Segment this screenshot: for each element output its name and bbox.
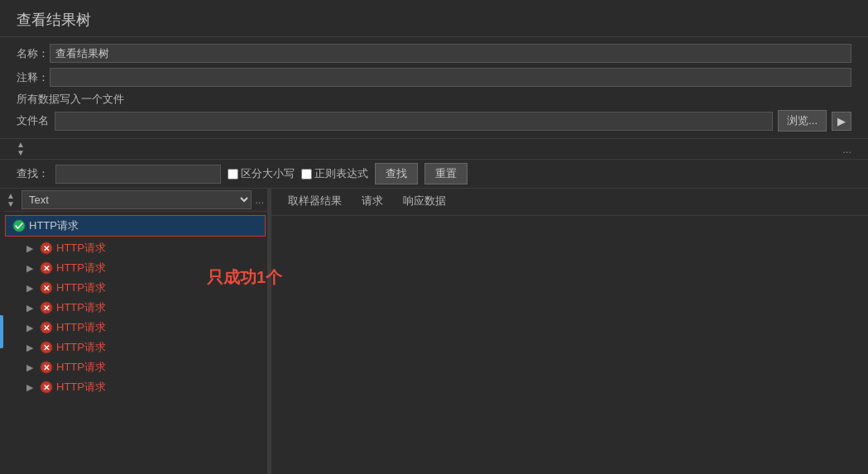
reset-button[interactable]: 重置: [424, 163, 468, 184]
file-row: 文件名 浏览... ▶: [17, 110, 851, 132]
tab-response-data[interactable]: 响应数据: [393, 189, 456, 215]
toolbar-row-1: ▲ ▼ ...: [0, 139, 868, 160]
tree-item-2[interactable]: ▶ ✕ HTTP请求: [3, 258, 267, 278]
tree-item-text-6: HTTP请求: [56, 340, 106, 355]
expand-icon-6[interactable]: ▶: [26, 342, 36, 353]
error-icon-5: ✕: [40, 321, 53, 334]
expand-icon-1[interactable]: ▶: [26, 243, 36, 254]
expand-icon-2[interactable]: ▶: [26, 263, 36, 274]
form-section: 名称： 注释： 所有数据写入一个文件 文件名 浏览... ▶: [0, 37, 868, 139]
left-arrow-up-down: ▲ ▼: [7, 192, 15, 208]
regex-checkbox[interactable]: [301, 169, 312, 180]
view-type-dropdown[interactable]: Text HTML JSON XML: [22, 190, 252, 209]
error-icon-7: ✕: [40, 361, 53, 374]
error-icon-4: ✕: [40, 301, 53, 314]
expand-icon-7[interactable]: ▶: [26, 362, 36, 373]
tree-item-text-8: HTTP请求: [56, 380, 106, 395]
error-icon-8: ✕: [40, 381, 53, 394]
all-data-label: 所有数据写入一个文件: [17, 92, 851, 107]
search-input[interactable]: [55, 165, 221, 184]
tree-item-text-7: HTTP请求: [56, 360, 106, 375]
name-input[interactable]: [50, 44, 851, 63]
error-icon-1: ✕: [40, 242, 53, 255]
error-icon-6: ✕: [40, 341, 53, 354]
case-sensitive-label[interactable]: 区分大小写: [228, 166, 295, 181]
tree-item-text-0: HTTP请求: [29, 218, 79, 233]
success-icon-0: [12, 219, 26, 232]
arrow-up-down: ▲ ▼: [17, 141, 25, 157]
browse-button[interactable]: 浏览...: [778, 110, 827, 132]
tree-item-text-1: HTTP请求: [56, 241, 106, 256]
svg-text:✕: ✕: [43, 264, 50, 273]
tree-item-text-5: HTTP请求: [56, 320, 106, 335]
tree-item-0[interactable]: HTTP请求: [5, 215, 266, 237]
left-arrow-up-btn[interactable]: ▲: [7, 192, 15, 200]
comment-input[interactable]: [50, 68, 851, 87]
search-row: 查找： 区分大小写 正则表达式 查找 重置: [0, 160, 868, 189]
expand-icon-4[interactable]: ▶: [26, 303, 36, 314]
case-sensitive-checkbox[interactable]: [228, 169, 238, 180]
svg-text:✕: ✕: [43, 244, 50, 253]
expand-icon-8[interactable]: ▶: [26, 382, 36, 393]
svg-text:✕: ✕: [43, 304, 50, 313]
file-label: 文件名: [17, 113, 50, 128]
name-row: 名称：: [17, 44, 851, 63]
tree-item-7[interactable]: ▶ ✕ HTTP请求: [3, 357, 267, 377]
expand-icon-3[interactable]: ▶: [26, 283, 36, 294]
svg-point-0: [13, 220, 25, 232]
tree-item-text-2: HTTP请求: [56, 261, 106, 275]
tree-item-text-3: HTTP请求: [56, 280, 106, 295]
left-panel-dots[interactable]: ...: [255, 194, 264, 206]
expand-icon-5[interactable]: ▶: [26, 323, 36, 333]
find-button[interactable]: 查找: [375, 163, 418, 184]
error-icon-3: ✕: [40, 281, 53, 294]
main-container: 查看结果树 名称： 注释： 所有数据写入一个文件 文件名 浏览... ▶ ▲ ▼…: [0, 0, 868, 474]
right-panel: 取样器结果 请求 响应数据: [271, 189, 868, 474]
tab-sampler-result[interactable]: 取样器结果: [278, 189, 352, 215]
tree-item-1[interactable]: ▶ ✕ HTTP请求: [3, 238, 267, 258]
tree-item-5[interactable]: ▶ ✕ HTTP请求: [3, 318, 267, 338]
page-title: 查看结果树: [0, 0, 868, 37]
tree-item-4[interactable]: ▶ ✕ HTTP请求: [3, 298, 267, 318]
error-icon-2: ✕: [40, 261, 53, 275]
right-content-area: [271, 216, 868, 474]
svg-text:✕: ✕: [43, 363, 50, 372]
search-label: 查找：: [17, 166, 49, 181]
comment-label: 注释：: [17, 70, 50, 85]
file-input[interactable]: [55, 112, 773, 131]
svg-text:✕: ✕: [43, 343, 50, 352]
content-area: ▲ ▼ Text HTML JSON XML ...: [0, 189, 868, 474]
tree-item-6[interactable]: ▶ ✕ HTTP请求: [3, 338, 267, 357]
toolbar-dots-1[interactable]: ...: [842, 143, 851, 156]
left-panel-toolbar: ▲ ▼ Text HTML JSON XML ...: [3, 189, 267, 212]
regex-label[interactable]: 正则表达式: [301, 166, 368, 181]
extra-button[interactable]: ▶: [832, 112, 851, 131]
svg-text:✕: ✕: [43, 323, 50, 333]
comment-row: 注释：: [17, 68, 851, 87]
tree-list: HTTP请求 ▶ ✕ HTTP请求 ▶: [3, 212, 267, 474]
tab-request[interactable]: 请求: [352, 189, 393, 215]
name-label: 名称：: [17, 46, 50, 61]
left-arrow-down-btn[interactable]: ▼: [7, 200, 15, 208]
tree-item-8[interactable]: ▶ ✕ HTTP请求: [3, 377, 267, 397]
tree-item-text-4: HTTP请求: [56, 300, 106, 315]
tabs-row: 取样器结果 请求 响应数据: [271, 189, 868, 216]
left-panel: ▲ ▼ Text HTML JSON XML ...: [3, 189, 268, 474]
tree-item-3[interactable]: ▶ ✕ HTTP请求: [3, 278, 267, 298]
svg-text:✕: ✕: [43, 284, 50, 293]
svg-text:✕: ✕: [43, 383, 50, 392]
arrow-down-btn[interactable]: ▼: [17, 149, 25, 157]
